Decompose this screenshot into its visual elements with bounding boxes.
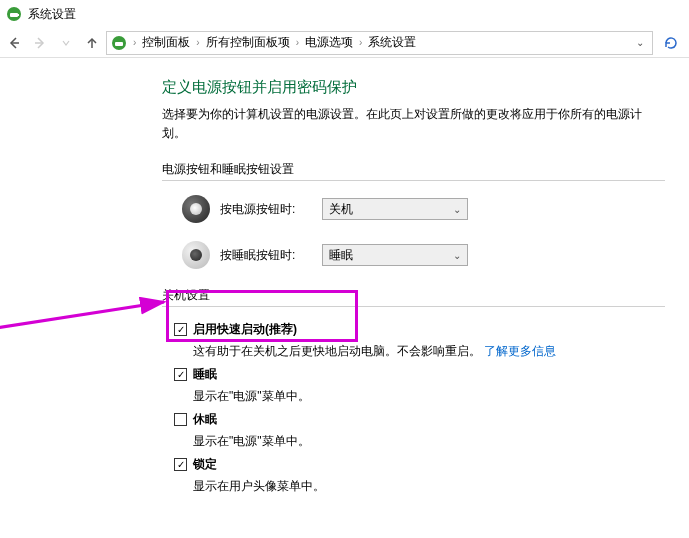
breadcrumb-item[interactable]: 电源选项 [305, 34, 353, 51]
back-button[interactable] [2, 31, 26, 55]
learn-more-link[interactable]: 了解更多信息 [484, 344, 556, 358]
chevron-right-icon[interactable]: › [357, 37, 364, 48]
power-options-icon [6, 6, 22, 22]
lock-desc: 显示在用户头像菜单中。 [193, 477, 665, 495]
power-button-setting: 按电源按钮时: 关机 ⌄ [182, 195, 665, 223]
page-heading: 定义电源按钮并启用密码保护 [162, 78, 665, 97]
page-subtext: 选择要为你的计算机设置的电源设置。在此页上对设置所做的更改将应用于你所有的电源计… [162, 105, 665, 143]
chevron-right-icon[interactable]: › [194, 37, 201, 48]
breadcrumb-item[interactable]: 控制面板 [142, 34, 190, 51]
window-title: 系统设置 [28, 6, 76, 23]
fast-startup-checkbox[interactable] [174, 323, 187, 336]
lock-label: 锁定 [193, 456, 217, 473]
power-button-dropdown[interactable]: 关机 ⌄ [322, 198, 468, 220]
fast-startup-label: 启用快速启动(推荐) [193, 321, 297, 338]
sleep-button-label: 按睡眠按钮时: [220, 247, 312, 264]
section-divider [162, 180, 665, 181]
lock-checkbox[interactable] [174, 458, 187, 471]
hibernate-checkbox[interactable] [174, 413, 187, 426]
refresh-button[interactable] [659, 31, 683, 55]
chevron-right-icon[interactable]: › [294, 37, 301, 48]
dropdown-value: 睡眠 [329, 247, 353, 264]
section-buttons-label: 电源按钮和睡眠按钮设置 [162, 161, 665, 178]
fast-startup-option: 启用快速启动(推荐) 这有助于在关机之后更快地启动电脑。不会影响重启。 了解更多… [174, 321, 665, 360]
content-panel: 定义电源按钮并启用密码保护 选择要为你的计算机设置的电源设置。在此页上对设置所做… [0, 58, 689, 523]
svg-rect-2 [17, 14, 19, 16]
sleep-checkbox[interactable] [174, 368, 187, 381]
sleep-icon [182, 241, 210, 269]
dropdown-value: 关机 [329, 201, 353, 218]
up-button[interactable] [80, 31, 104, 55]
nav-bar: › 控制面板 › 所有控制面板项 › 电源选项 › 系统设置 ⌄ [0, 28, 689, 58]
sleep-label: 睡眠 [193, 366, 217, 383]
hibernate-option: 休眠 显示在"电源"菜单中。 [174, 411, 665, 450]
chevron-down-icon: ⌄ [453, 250, 461, 261]
lock-option: 锁定 显示在用户头像菜单中。 [174, 456, 665, 495]
shutdown-options-list: 启用快速启动(推荐) 这有助于在关机之后更快地启动电脑。不会影响重启。 了解更多… [174, 321, 665, 495]
breadcrumb-item[interactable]: 所有控制面板项 [206, 34, 290, 51]
power-button-label: 按电源按钮时: [220, 201, 312, 218]
hibernate-label: 休眠 [193, 411, 217, 428]
title-bar: 系统设置 [0, 0, 689, 28]
svg-rect-1 [10, 13, 18, 17]
breadcrumb[interactable]: › 控制面板 › 所有控制面板项 › 电源选项 › 系统设置 ⌄ [106, 31, 653, 55]
sleep-desc: 显示在"电源"菜单中。 [193, 387, 665, 405]
breadcrumb-dropdown-icon[interactable]: ⌄ [632, 37, 648, 48]
breadcrumb-item[interactable]: 系统设置 [368, 34, 416, 51]
section-divider [162, 306, 665, 307]
sleep-button-dropdown[interactable]: 睡眠 ⌄ [322, 244, 468, 266]
fast-startup-desc: 这有助于在关机之后更快地启动电脑。不会影响重启。 了解更多信息 [193, 342, 665, 360]
sleep-button-setting: 按睡眠按钮时: 睡眠 ⌄ [182, 241, 665, 269]
svg-rect-4 [115, 42, 123, 46]
section-shutdown-label: 关机设置 [162, 287, 665, 304]
power-icon [182, 195, 210, 223]
chevron-down-icon: ⌄ [453, 204, 461, 215]
sleep-option: 睡眠 显示在"电源"菜单中。 [174, 366, 665, 405]
hibernate-desc: 显示在"电源"菜单中。 [193, 432, 665, 450]
recent-dropdown-icon[interactable] [54, 31, 78, 55]
forward-button[interactable] [28, 31, 52, 55]
chevron-right-icon[interactable]: › [131, 37, 138, 48]
power-options-icon [111, 35, 127, 51]
